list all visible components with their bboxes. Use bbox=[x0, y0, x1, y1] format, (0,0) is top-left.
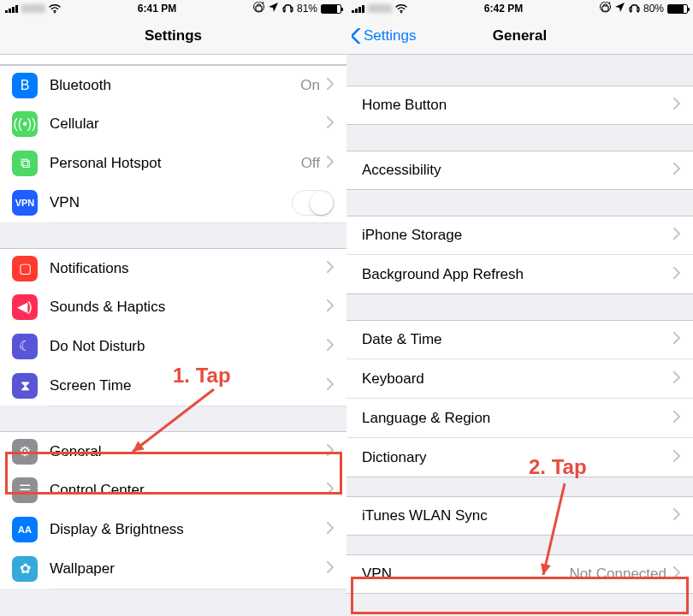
wallpaper-app-icon: ✿ bbox=[12, 556, 38, 582]
chevron-right-icon bbox=[327, 444, 335, 459]
bluetooth-label: Bluetooth bbox=[50, 77, 300, 94]
cell-bg-refresh[interactable]: Background App Refresh bbox=[346, 255, 693, 294]
carrier-name bbox=[368, 4, 392, 13]
vpn-icon: VPN bbox=[15, 198, 35, 208]
hotspot-value: Off bbox=[301, 155, 320, 172]
battery-percent: 81% bbox=[297, 3, 317, 15]
location-icon bbox=[268, 2, 279, 15]
chevron-right-icon bbox=[673, 508, 681, 524]
group-spacer bbox=[346, 190, 693, 216]
chevron-right-icon bbox=[327, 561, 335, 577]
cell-hotspot[interactable]: ⧉Personal HotspotOff bbox=[0, 144, 346, 183]
cell-wallpaper[interactable]: ✿Wallpaper bbox=[0, 549, 346, 589]
sounds-label: Sounds & Haptics bbox=[50, 299, 327, 316]
back-button[interactable]: Settings bbox=[352, 17, 416, 54]
settings-list: Home ButtonAccessibilityiPhone StorageBa… bbox=[346, 55, 693, 616]
battery-percent: 80% bbox=[643, 3, 664, 15]
notif-icon: ▢ bbox=[19, 262, 32, 275]
wifi-icon bbox=[395, 3, 407, 14]
group-spacer bbox=[0, 406, 346, 431]
chevron-right-icon bbox=[327, 78, 335, 93]
group-spacer bbox=[0, 222, 346, 248]
bg-refresh-label: Background App Refresh bbox=[362, 266, 673, 283]
screentime-label: Screen Time bbox=[50, 377, 327, 394]
cell-dnd[interactable]: ☾Do Not Disturb bbox=[0, 327, 346, 366]
chevron-right-icon bbox=[327, 522, 335, 537]
chevron-right-icon bbox=[327, 483, 335, 498]
dictionary-label: Dictionary bbox=[362, 449, 673, 466]
location-icon bbox=[614, 2, 625, 15]
cell-vpn[interactable]: VPNVPN bbox=[0, 183, 346, 222]
cell-lang-region[interactable]: Language & Region bbox=[346, 399, 693, 438]
vpn-label: VPN bbox=[50, 194, 292, 211]
settings-list: BBluetoothOn((•))Cellular⧉Personal Hotsp… bbox=[0, 55, 346, 616]
itunes-wlan-label: iTunes WLAN Sync bbox=[362, 507, 673, 524]
status-bar: 6:42 PM80% bbox=[346, 0, 693, 17]
flower-icon: ✿ bbox=[20, 562, 31, 576]
chevron-right-icon bbox=[327, 339, 335, 354]
cell-vpn-general[interactable]: VPNNot Connected bbox=[346, 554, 693, 594]
back-label: Settings bbox=[364, 27, 416, 44]
bluetooth-app-icon: B bbox=[12, 73, 38, 98]
cell-general[interactable]: ⚙General bbox=[0, 431, 346, 471]
cell-iphone-storage[interactable]: iPhone Storage bbox=[346, 216, 693, 255]
dnd-app-icon: ☾ bbox=[12, 334, 38, 359]
battery-icon bbox=[321, 4, 341, 14]
dnd-label: Do Not Disturb bbox=[50, 338, 327, 355]
notifications-label: Notifications bbox=[50, 260, 327, 277]
sounds-app-icon: ◀) bbox=[12, 294, 38, 320]
cell-accessibility[interactable]: Accessibility bbox=[346, 151, 693, 190]
wifi-icon bbox=[49, 3, 61, 14]
rotation-lock-icon bbox=[600, 2, 611, 15]
vpn-general-label: VPN bbox=[362, 566, 570, 583]
cell-bluetooth[interactable]: BBluetoothOn bbox=[0, 65, 346, 104]
switches-icon: ☰ bbox=[19, 483, 31, 497]
screentime-app-icon: ⧗ bbox=[12, 373, 38, 399]
bluetooth-value: On bbox=[300, 77, 320, 94]
cell-screentime[interactable]: ⧗Screen Time bbox=[0, 366, 346, 406]
cell-itunes-wlan[interactable]: iTunes WLAN Sync bbox=[346, 496, 693, 536]
cell-notifications[interactable]: ▢Notifications bbox=[0, 248, 346, 287]
cell-sounds[interactable]: ◀)Sounds & Haptics bbox=[0, 287, 346, 327]
signal-bars-icon bbox=[352, 4, 364, 13]
hotspot-label: Personal Hotspot bbox=[50, 155, 301, 172]
rotation-lock-icon bbox=[253, 2, 264, 15]
partial-cell-top bbox=[0, 55, 346, 65]
cell-control-center[interactable]: ☰Control Center bbox=[0, 471, 346, 510]
display-label: Display & Brightness bbox=[50, 521, 327, 538]
date-time-label: Date & Time bbox=[362, 331, 673, 348]
accessibility-label: Accessibility bbox=[362, 162, 673, 179]
cell-display[interactable]: AADisplay & Brightness bbox=[0, 510, 346, 549]
bluetooth-icon: B bbox=[21, 79, 30, 92]
cell-home-button[interactable]: Home Button bbox=[346, 86, 693, 125]
chevron-right-icon bbox=[673, 411, 681, 426]
group-spacer bbox=[346, 125, 693, 151]
vpn-toggle[interactable] bbox=[292, 190, 335, 216]
chevron-right-icon bbox=[673, 566, 681, 582]
cell-dictionary[interactable]: Dictionary bbox=[346, 438, 693, 477]
carrier-name bbox=[21, 4, 45, 13]
cell-date-time[interactable]: Date & Time bbox=[346, 320, 693, 359]
status-bar: 6:41 PM81% bbox=[0, 0, 346, 17]
aa-icon: AA bbox=[18, 525, 32, 535]
link-icon: ⧉ bbox=[21, 157, 30, 170]
vpn-app-icon: VPN bbox=[12, 190, 38, 216]
status-time: 6:41 PM bbox=[138, 3, 176, 15]
antenna-icon: ((•)) bbox=[14, 117, 37, 131]
keyboard-label: Keyboard bbox=[362, 370, 673, 388]
cellular-app-icon: ((•)) bbox=[12, 111, 38, 137]
status-time: 6:42 PM bbox=[484, 3, 523, 15]
notifications-app-icon: ▢ bbox=[12, 256, 38, 281]
page-title: General bbox=[493, 27, 547, 44]
wallpaper-label: Wallpaper bbox=[50, 560, 327, 578]
cellular-label: Cellular bbox=[50, 116, 327, 133]
sound-icon: ◀) bbox=[17, 300, 32, 314]
chevron-right-icon bbox=[673, 267, 681, 282]
group-spacer bbox=[346, 294, 693, 320]
cell-cellular[interactable]: ((•))Cellular bbox=[0, 104, 346, 144]
chevron-right-icon bbox=[673, 98, 681, 113]
chevron-right-icon bbox=[673, 332, 681, 347]
group-spacer bbox=[346, 477, 693, 496]
control-center-app-icon: ☰ bbox=[12, 477, 38, 503]
cell-keyboard[interactable]: Keyboard bbox=[346, 359, 693, 399]
